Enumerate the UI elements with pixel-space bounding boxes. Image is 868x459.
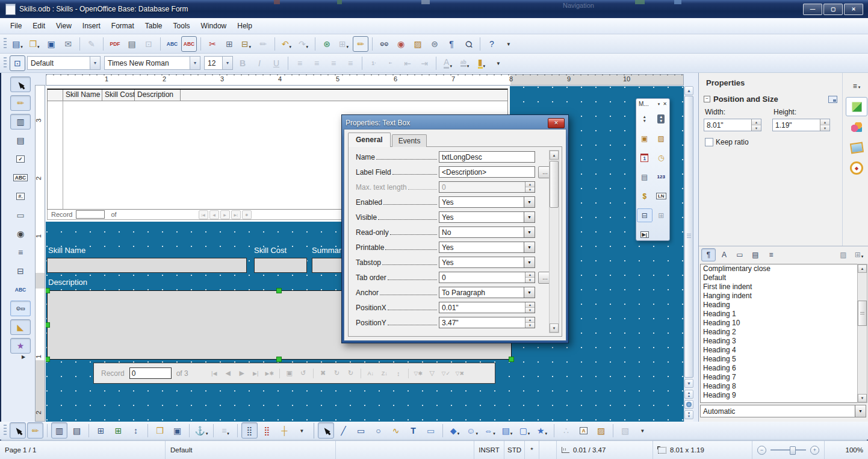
time-field-button[interactable]: ◷ bbox=[653, 151, 669, 164]
column-header[interactable]: Skill Name bbox=[63, 90, 102, 101]
scrollbar-thumb[interactable] bbox=[684, 96, 693, 378]
delete-record-button[interactable]: ✖ bbox=[318, 367, 329, 379]
style-item[interactable]: Heading 8 bbox=[701, 382, 862, 391]
currency-field-button[interactable]: $ bbox=[637, 189, 653, 203]
skill-cost-label[interactable]: Skill Cost bbox=[254, 246, 287, 255]
skill-name-label[interactable]: Skill Name bbox=[48, 246, 85, 255]
toolbar-options-button[interactable]: ▾ bbox=[294, 422, 310, 439]
scrollbar-button[interactable]: ▲ ▼ bbox=[653, 112, 669, 126]
block-arrows-button[interactable]: ⇔▾ bbox=[482, 422, 498, 439]
freeform-line-button[interactable]: ∿ bbox=[388, 422, 404, 439]
callouts-button[interactable]: ▭ bbox=[423, 422, 439, 439]
read-only-field[interactable]: No bbox=[439, 226, 535, 238]
more-controls-toolbar[interactable]: M... ▾ ✕ ▲ ▼▲ ▼▣▨1◷▤123$LN⊟⊞▶| bbox=[636, 98, 670, 241]
skill-name-input[interactable] bbox=[47, 258, 247, 273]
spellcheck-button[interactable]: ABC bbox=[164, 36, 180, 52]
anchor-field[interactable]: To Paragraph bbox=[439, 287, 535, 298]
image-button-button[interactable]: ▣ bbox=[637, 131, 653, 145]
gallery-tab[interactable] bbox=[846, 117, 867, 137]
selection-handle[interactable] bbox=[509, 357, 514, 362]
position-size-section-header[interactable]: − Position and Size bbox=[704, 95, 837, 104]
first-record-button[interactable]: |◀ bbox=[199, 210, 208, 219]
height-input[interactable]: 1.19" bbox=[772, 119, 830, 131]
style-item[interactable]: Heading 2 bbox=[701, 328, 862, 337]
max-text-length-spinner[interactable] bbox=[525, 182, 535, 192]
record-number-input[interactable] bbox=[76, 210, 105, 219]
open-button[interactable]: ❒▾ bbox=[26, 36, 42, 52]
push-button-button[interactable]: ▭ bbox=[10, 207, 31, 223]
nonprinting-characters-button[interactable]: ¶ bbox=[444, 36, 459, 52]
toolbar-options-button[interactable]: ▾ bbox=[501, 36, 516, 52]
document-scrollbar[interactable]: ▲ ▼ ▲ ▲ ▼ ▼ bbox=[684, 86, 693, 422]
spin-up-icon[interactable] bbox=[820, 119, 829, 125]
enabled-dropdown-icon[interactable] bbox=[524, 197, 535, 207]
dialog-close-button[interactable]: ✕ bbox=[548, 118, 565, 128]
dropdown-arrow-icon[interactable] bbox=[190, 57, 200, 69]
printable-dropdown-icon[interactable] bbox=[524, 242, 535, 252]
table-corner-cell[interactable] bbox=[48, 90, 63, 101]
style-item[interactable]: Heading bbox=[701, 301, 862, 310]
formatted-field-button[interactable]: #. bbox=[10, 189, 31, 204]
list-styles-button[interactable]: ≡ bbox=[764, 248, 778, 261]
form-navigator-button[interactable]: ⊞ bbox=[93, 422, 109, 439]
style-item[interactable]: Heading 7 bbox=[701, 373, 862, 382]
tabstop-field[interactable]: Yes bbox=[439, 257, 535, 268]
character-styles-button[interactable]: A bbox=[717, 248, 731, 261]
font-name-combo[interactable]: Times New Roman bbox=[104, 56, 200, 70]
date-field-button[interactable]: 1 bbox=[637, 151, 653, 164]
data-sources-button[interactable]: ⊜ bbox=[427, 36, 442, 52]
dropdown-arrow-icon[interactable] bbox=[855, 405, 866, 417]
style-item[interactable]: Heading 5 bbox=[701, 355, 862, 364]
refresh-control-button[interactable]: ↻ bbox=[346, 367, 356, 379]
email-document-button[interactable]: ✉ bbox=[60, 36, 76, 52]
dropdown-arrow-icon[interactable] bbox=[90, 57, 100, 69]
description-label[interactable]: Description bbox=[48, 278, 87, 287]
toolbar-scroll-arrow-icon[interactable]: ▶ bbox=[22, 354, 25, 360]
page-style-indicator[interactable]: Default bbox=[166, 441, 336, 459]
scroll-down-button[interactable]: ▼ bbox=[550, 323, 559, 333]
minimize-button[interactable]: — bbox=[803, 4, 822, 15]
menu-edit[interactable]: Edit bbox=[27, 19, 51, 33]
copy-button[interactable]: ⊞ bbox=[222, 36, 237, 52]
zoom-button[interactable]: Ϙ bbox=[460, 36, 476, 52]
style-item[interactable]: Heading 3 bbox=[701, 337, 862, 346]
visible-field[interactable]: Yes bbox=[439, 211, 535, 223]
new-record-button[interactable]: ✱ bbox=[242, 210, 252, 219]
snap-to-grid-button[interactable]: ⣿ bbox=[259, 422, 275, 439]
title-bar[interactable]: Navigation Skills.odb : Skills - OpenOff… bbox=[0, 0, 868, 18]
spin-down-icon[interactable] bbox=[820, 125, 829, 131]
style-filter-combo[interactable]: Automatic bbox=[700, 405, 866, 417]
guides-when-moving-button[interactable]: ┼ bbox=[276, 422, 293, 439]
refresh-button[interactable]: ↻ bbox=[332, 367, 343, 379]
find-replace-button[interactable]: ⊙⊙ bbox=[376, 36, 392, 52]
fontwork-button[interactable]: A bbox=[575, 422, 592, 439]
open-in-design-mode-button[interactable]: ❒ bbox=[152, 422, 168, 439]
insert-mode-indicator[interactable]: INSRT bbox=[474, 441, 504, 459]
activation-order-button[interactable]: ↕ bbox=[128, 422, 144, 439]
dropdown-arrow-icon[interactable] bbox=[222, 57, 232, 69]
spin-button-button[interactable]: ▲ ▼ bbox=[637, 112, 653, 126]
menu-insert[interactable]: Insert bbox=[77, 19, 106, 33]
zoom-slider-track[interactable] bbox=[770, 449, 806, 451]
properties-dialog[interactable]: Properties: Text Box ✕ General Events Na… bbox=[341, 114, 569, 343]
export-pdf-button[interactable]: PDF bbox=[107, 36, 123, 52]
style-item[interactable]: Heading 10 bbox=[701, 319, 862, 328]
scrollbar-thumb[interactable] bbox=[858, 301, 867, 326]
skill-cost-input[interactable] bbox=[254, 258, 307, 273]
callout-shapes-button[interactable]: ▢▾ bbox=[516, 422, 533, 439]
enabled-field[interactable]: Yes bbox=[439, 196, 535, 208]
column-header[interactable]: Skill Cost bbox=[102, 90, 135, 101]
sidebar-menu-button[interactable]: ≡ bbox=[846, 76, 867, 96]
auto-spellcheck-button[interactable]: ABC bbox=[181, 36, 197, 52]
scroll-up-button[interactable]: ▲ bbox=[858, 264, 867, 273]
more-controls-title-bar[interactable]: M... ▾ ✕ bbox=[636, 99, 669, 108]
new-document-button[interactable]: ▤▾ bbox=[10, 36, 25, 52]
toolbar-options-button[interactable]: ▾ bbox=[634, 422, 651, 439]
stars-button[interactable]: ★▾ bbox=[534, 422, 550, 439]
design-mode-button[interactable]: ✏ bbox=[353, 36, 368, 52]
sort-descending-button[interactable]: Z↓ bbox=[379, 367, 390, 379]
combo-box-button[interactable]: ⊟ bbox=[10, 263, 31, 279]
media-tab[interactable] bbox=[846, 138, 867, 157]
close-button[interactable]: ✕ bbox=[844, 4, 863, 15]
basic-shapes-button[interactable]: ◆▾ bbox=[447, 422, 463, 439]
